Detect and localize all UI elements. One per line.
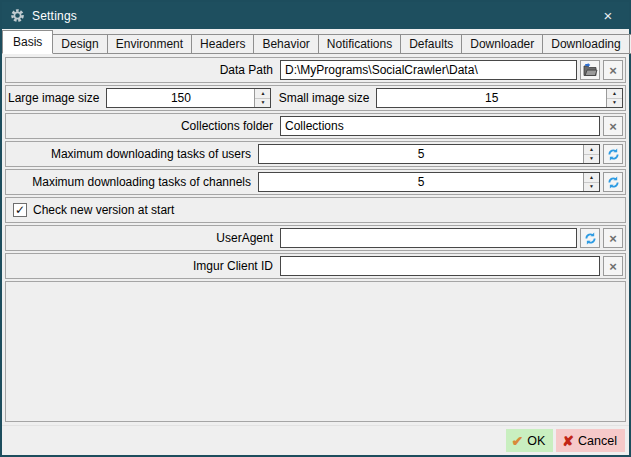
spin-down-icon[interactable]: ▼ — [584, 155, 599, 164]
tab-basis[interactable]: Basis — [2, 30, 53, 54]
clear-data-path-button[interactable]: × — [603, 60, 623, 80]
row-data-path: Data Path × — [5, 57, 626, 83]
tab-design[interactable]: Design — [53, 34, 107, 54]
empty-panel — [5, 281, 626, 422]
cancel-button[interactable]: ✘ Cancel — [556, 429, 625, 452]
tab-downloader[interactable]: Downloader — [462, 34, 543, 54]
row-user-agent: UserAgent × — [5, 225, 626, 251]
large-image-size-label: Large image size — [8, 91, 106, 105]
max-tasks-channels-spin-buttons: ▲ ▼ — [583, 173, 599, 191]
data-path-label: Data Path — [8, 63, 280, 77]
tab-environment[interactable]: Environment — [108, 34, 192, 54]
window-title: Settings — [32, 9, 587, 23]
titlebar: Settings × — [2, 2, 629, 29]
clear-icon: × — [609, 64, 617, 77]
data-path-input[interactable] — [280, 60, 577, 80]
refresh-user-agent-button[interactable] — [580, 228, 600, 248]
row-imgur-client-id: Imgur Client ID × — [5, 253, 626, 279]
clear-imgur-client-id-button[interactable]: × — [603, 256, 623, 276]
imgur-client-id-input[interactable] — [280, 256, 600, 276]
clear-icon: × — [609, 232, 617, 245]
large-image-size-input[interactable] — [107, 89, 254, 107]
tab-behavior[interactable]: Behavior — [254, 34, 318, 54]
refresh-icon — [606, 147, 621, 162]
refresh-icon — [606, 175, 621, 190]
row-collections-folder: Collections folder × — [5, 113, 626, 139]
row-max-tasks-channels: Maximum downloading tasks of channels ▲ … — [5, 169, 626, 195]
row-max-tasks-users: Maximum downloading tasks of users ▲ ▼ — [5, 141, 626, 167]
check-new-version-label: Check new version at start — [33, 203, 174, 217]
ok-button-label: OK — [527, 434, 545, 448]
small-image-size-label: Small image size — [271, 91, 376, 105]
spin-up-icon[interactable]: ▲ — [584, 173, 599, 183]
spin-down-icon[interactable]: ▼ — [584, 183, 599, 192]
cancel-x-icon: ✘ — [562, 433, 574, 449]
close-icon[interactable]: × — [587, 2, 629, 29]
small-image-size-spin-buttons: ▲ ▼ — [606, 89, 622, 107]
ok-button[interactable]: ✔ OK — [506, 429, 554, 452]
reset-max-tasks-channels-button[interactable] — [603, 172, 623, 192]
checkbox-check-icon: ✓ — [15, 204, 25, 216]
collections-folder-label: Collections folder — [8, 119, 280, 133]
user-agent-label: UserAgent — [8, 231, 280, 245]
clear-user-agent-button[interactable]: × — [603, 228, 623, 248]
tab-headers[interactable]: Headers — [192, 34, 254, 54]
max-tasks-users-label: Maximum downloading tasks of users — [8, 147, 258, 161]
max-tasks-channels-label: Maximum downloading tasks of channels — [8, 175, 258, 189]
large-image-size-spinner: ▲ ▼ — [106, 88, 271, 108]
tab-notifications[interactable]: Notifications — [319, 34, 401, 54]
tab-strip: Basis Design Environment Headers Behavio… — [2, 29, 629, 54]
small-image-size-input[interactable] — [377, 89, 606, 107]
clear-icon: × — [609, 120, 617, 133]
small-image-size-spinner: ▲ ▼ — [376, 88, 623, 108]
spin-up-icon[interactable]: ▲ — [607, 89, 622, 99]
reset-max-tasks-users-button[interactable] — [603, 144, 623, 164]
clear-collections-folder-button[interactable]: × — [603, 116, 623, 136]
browse-folder-button[interactable] — [580, 60, 600, 80]
tab-defaults[interactable]: Defaults — [401, 34, 462, 54]
footer-bar: ✔ OK ✘ Cancel — [2, 425, 629, 455]
check-new-version-checkbox[interactable]: ✓ — [13, 203, 27, 217]
collections-folder-input[interactable] — [280, 116, 600, 136]
spin-up-icon[interactable]: ▲ — [584, 145, 599, 155]
max-tasks-users-spin-buttons: ▲ ▼ — [583, 145, 599, 163]
max-tasks-users-spinner: ▲ ▼ — [258, 144, 600, 164]
spin-down-icon[interactable]: ▼ — [255, 99, 270, 108]
refresh-icon — [583, 231, 598, 246]
max-tasks-channels-input[interactable] — [259, 173, 583, 191]
spin-down-icon[interactable]: ▼ — [607, 99, 622, 108]
user-agent-input[interactable] — [280, 228, 577, 248]
max-tasks-users-input[interactable] — [259, 145, 583, 163]
cancel-button-label: Cancel — [578, 434, 617, 448]
tab-page-basis: Data Path × Large image size ▲ ▼ — [2, 54, 629, 425]
imgur-client-id-label: Imgur Client ID — [8, 259, 280, 273]
large-image-size-spin-buttons: ▲ ▼ — [254, 89, 270, 107]
row-check-new-version: ✓ Check new version at start — [5, 197, 626, 223]
tab-downloading[interactable]: Downloading — [543, 34, 629, 54]
max-tasks-channels-spinner: ▲ ▼ — [258, 172, 600, 192]
gear-icon — [10, 8, 25, 23]
ok-check-icon: ✔ — [512, 433, 524, 449]
row-image-sizes: Large image size ▲ ▼ Small image size ▲ … — [5, 85, 626, 111]
open-folder-icon — [582, 63, 598, 77]
settings-window: Settings × Basis Design Environment Head… — [0, 0, 631, 457]
clear-icon: × — [609, 260, 617, 273]
spin-up-icon[interactable]: ▲ — [255, 89, 270, 99]
